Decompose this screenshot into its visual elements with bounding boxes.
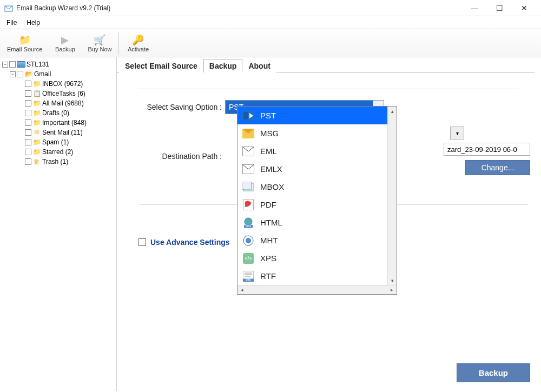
scroll-up-icon[interactable]: ▴ [388, 107, 397, 116]
tree-folder[interactable]: 📁INBOX (9672) [2, 79, 114, 89]
folder-label: Important (848) [42, 119, 87, 127]
backup-tool-label: Backup [55, 46, 75, 52]
scroll-left-icon[interactable]: ◂ [237, 287, 247, 293]
scroll-down-icon[interactable]: ▾ [388, 276, 397, 285]
folder-icon: 📁 [32, 119, 41, 127]
buy-now-label: Buy Now [88, 46, 111, 52]
advance-settings-row[interactable]: Use Advance Settings [138, 238, 230, 247]
buy-now-button[interactable]: 🛒 Buy Now [84, 30, 115, 56]
pst-icon [242, 110, 255, 121]
dropdown-option-msg[interactable]: MSG [237, 124, 397, 142]
tabstrip: Select Email Source Backup About [117, 57, 535, 72]
dropdown-scrollbar-horizontal[interactable]: ◂ ▸ [237, 285, 397, 294]
checkbox[interactable] [25, 158, 31, 165]
folder-icon: 📁 [32, 80, 41, 88]
mbox-icon [242, 182, 255, 192]
dropdown-scrollbar-vertical[interactable]: ▴ ▾ [387, 107, 397, 285]
option-label: XPS [260, 254, 276, 263]
option-label: RTF [260, 271, 276, 281]
pdf-icon [242, 200, 255, 210]
separator-line [138, 89, 518, 89]
email-source-button[interactable]: 📁 Email Source [3, 30, 46, 56]
tree-account[interactable]: − 📂 Gmail [2, 69, 114, 79]
tree-root[interactable]: − STL131 [2, 59, 114, 69]
saving-option-dropdown: PSTMSGEMLEMLXMBOXPDFHTMLHTMLMHT</>XPSRTF… [237, 106, 397, 295]
folder-label: OfficeTasks (6) [42, 90, 85, 97]
checkbox[interactable] [25, 139, 31, 145]
checkbox[interactable] [9, 61, 16, 68]
option-label: MSG [260, 129, 279, 138]
folder-label: Trash (1) [42, 158, 68, 165]
backup-tool-button[interactable]: ▶ Backup [49, 30, 81, 56]
change-button[interactable]: Change... [465, 160, 530, 175]
cart-icon: 🛒 [93, 34, 106, 46]
tree-folder[interactable]: 📁Starred (2) [2, 147, 114, 157]
minimize-button[interactable]: — [462, 0, 487, 16]
tree-folder[interactable]: 📁Drafts (0) [2, 108, 114, 118]
option-label: PST [260, 111, 276, 120]
dropdown-option-mbox[interactable]: MBOX [237, 178, 397, 196]
msg-icon [242, 128, 255, 139]
menu-help[interactable]: Help [27, 19, 40, 26]
folder-icon: 📁 [32, 99, 41, 107]
checkbox[interactable] [25, 81, 31, 87]
checkbox[interactable] [25, 100, 31, 107]
checkbox[interactable] [25, 90, 31, 97]
dropdown-option-pdf[interactable]: PDF [237, 196, 397, 214]
checkbox[interactable] [17, 71, 23, 77]
language-arrow[interactable]: ▾ [450, 127, 464, 139]
tab-about[interactable]: About [242, 59, 276, 72]
folder-icon: ✉ [32, 129, 41, 136]
option-label: MBOX [260, 182, 284, 191]
window-controls: — ☐ ✕ [462, 0, 537, 16]
folder-icon: 📋 [32, 90, 41, 97]
tree-folder[interactable]: 📁Spam (1) [2, 137, 114, 147]
advance-settings-label: Use Advance Settings [150, 238, 230, 247]
dropdown-option-emlx[interactable]: EMLX [237, 160, 397, 178]
option-label: MHT [260, 236, 278, 245]
checkbox[interactable] [25, 129, 31, 136]
folder-label: Starred (2) [42, 148, 73, 156]
checkbox[interactable] [25, 119, 31, 126]
menu-file[interactable]: File [6, 19, 17, 26]
dropdown-option-xps[interactable]: </>XPS [237, 249, 397, 267]
dropdown-option-pst[interactable]: PST [237, 107, 397, 124]
scroll-right-icon[interactable]: ▸ [387, 287, 397, 293]
dropdown-option-html[interactable]: HTMLHTML [237, 214, 397, 231]
mht-icon [242, 235, 255, 246]
dropdown-option-eml[interactable]: EML [237, 142, 397, 160]
tree-folder[interactable]: 📁Important (848) [2, 118, 114, 128]
app-icon [4, 4, 13, 12]
dropdown-option-mht[interactable]: MHT [237, 231, 397, 249]
activate-button[interactable]: 🔑 Activate [122, 30, 154, 56]
expand-icon[interactable]: − [10, 71, 16, 77]
folder-tree: − STL131 − 📂 Gmail 📁INBOX (9672)📋OfficeT… [0, 57, 117, 391]
computer-icon [17, 61, 25, 68]
folder-icon: 🗑 [32, 158, 41, 165]
play-icon: ▶ [58, 34, 71, 46]
key-icon: 🔑 [131, 34, 144, 46]
tree-folder[interactable]: ✉Sent Mail (11) [2, 128, 114, 137]
tab-backup[interactable]: Backup [203, 59, 243, 72]
tree-folder[interactable]: 📋OfficeTasks (6) [2, 89, 114, 98]
maximize-button[interactable]: ☐ [487, 0, 512, 16]
expand-icon[interactable]: − [2, 62, 8, 68]
toolbar-separator [118, 32, 119, 55]
dropdown-option-rtf[interactable]: RTFRTF [237, 267, 397, 285]
tab-select-source[interactable]: Select Email Source [119, 59, 203, 72]
close-button[interactable]: ✕ [512, 0, 537, 16]
activate-label: Activate [128, 46, 149, 52]
tree-folder[interactable]: 🗑Trash (1) [2, 157, 114, 167]
toolbar: 📁 Email Source ▶ Backup 🛒 Buy Now 🔑 Acti… [0, 29, 541, 57]
folder-plus-icon: 📁 [18, 34, 31, 46]
checkbox[interactable] [25, 110, 31, 116]
backup-button[interactable]: Backup [457, 363, 530, 382]
advance-checkbox[interactable] [138, 238, 146, 246]
menubar: File Help [0, 16, 541, 29]
destination-controls: zard_23-09-2019 06-0 [444, 143, 530, 156]
option-label: EML [260, 147, 277, 156]
tree-folder[interactable]: 📁All Mail (9688) [2, 98, 114, 108]
folder-icon: 📁 [32, 109, 41, 117]
destination-path-field[interactable]: zard_23-09-2019 06-0 [444, 143, 530, 156]
checkbox[interactable] [25, 149, 31, 155]
